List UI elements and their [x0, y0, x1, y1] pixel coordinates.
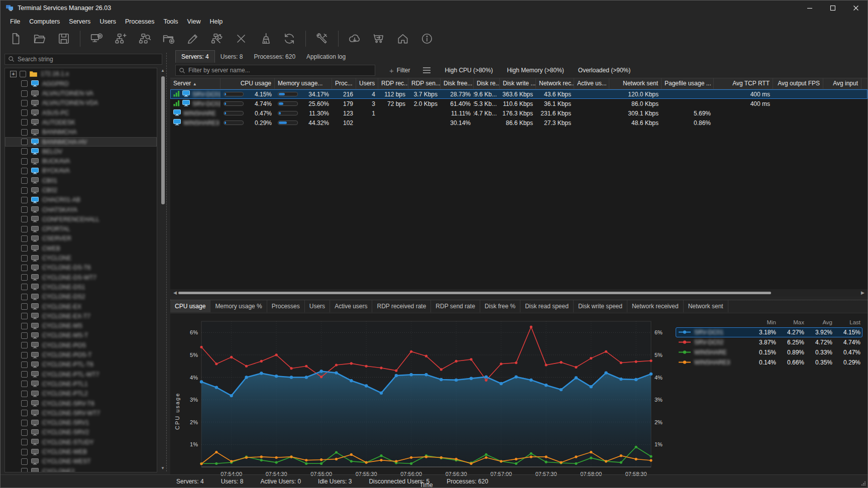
cloud-download-button[interactable]	[344, 29, 366, 48]
checkbox[interactable]	[21, 90, 28, 97]
column-header-users[interactable]: Users	[356, 78, 378, 89]
tab-processes-620[interactable]: Processes: 620	[248, 51, 301, 63]
tree-item[interactable]: CYCLONE-PTL1	[5, 379, 157, 389]
tree-item[interactable]: CYCLONE-SRV1	[5, 418, 157, 427]
resize-grip[interactable]	[861, 481, 866, 486]
tab-users-8[interactable]: Users: 8	[215, 51, 249, 63]
checkbox[interactable]	[21, 265, 28, 271]
column-header-pagefile-usage[interactable]: Pagefile usage ...	[662, 78, 714, 89]
tree-item[interactable]: CYCLONE-POS-T	[5, 350, 157, 359]
tree-item[interactable]: CYCLONE-DS2	[5, 292, 157, 302]
checkbox[interactable]	[21, 284, 28, 290]
menu-computers[interactable]: Computers	[25, 17, 64, 27]
checkbox[interactable]	[21, 216, 28, 222]
checkbox[interactable]	[21, 226, 28, 232]
chart-tab-network-received[interactable]: Network received	[627, 300, 684, 312]
scroll-up-icon[interactable]: ▲	[161, 68, 165, 74]
about-button[interactable]	[416, 29, 438, 48]
checkbox[interactable]	[20, 71, 26, 77]
find-computers-button[interactable]	[134, 29, 156, 48]
checkbox[interactable]	[21, 303, 28, 310]
column-header-network-sent[interactable]: Network sent	[609, 78, 662, 89]
tree-item[interactable]: ALVAUTOINEN-VDA	[5, 98, 157, 108]
chart-tab-active-users[interactable]: Active users	[330, 300, 372, 312]
tree-item[interactable]: CHACR01-AB	[5, 195, 157, 205]
tree-item[interactable]: CHATSKAYA	[5, 205, 157, 214]
checkbox[interactable]	[21, 187, 28, 194]
column-header-rdp-rec[interactable]: RDP rec...	[378, 78, 408, 89]
checkbox[interactable]	[21, 371, 28, 378]
tree-item[interactable]: CYCLONE-DS1	[5, 282, 157, 292]
chart-tab-rdp-received-rate[interactable]: RDP received rate	[372, 300, 431, 312]
column-header-disk-free[interactable]: Disk free...	[441, 78, 474, 89]
checkbox[interactable]	[21, 100, 28, 106]
tree-item[interactable]: CYCLONE-WEST	[5, 457, 157, 466]
checkbox[interactable]	[21, 391, 28, 397]
sidebar-search-input[interactable]	[18, 56, 159, 63]
open-folder-button[interactable]	[29, 29, 51, 48]
server-filter-input[interactable]	[188, 67, 372, 74]
filter-chip-high-cpu-80[interactable]: High CPU (>80%)	[445, 67, 493, 74]
column-header-disk-write[interactable]: Disk write ...	[500, 78, 536, 89]
tree-item[interactable]: CYCLONE-WEB	[5, 447, 157, 456]
scroll-down-icon[interactable]: ▼	[161, 466, 165, 472]
checkbox[interactable]	[21, 381, 28, 387]
save-button[interactable]	[53, 29, 75, 48]
menu-view[interactable]: View	[183, 17, 205, 27]
checkbox[interactable]	[21, 255, 28, 262]
tree-item[interactable]: CYCLONE-STUDY	[5, 437, 157, 447]
column-header-network-rec[interactable]: Network rec...	[536, 78, 574, 89]
table-horizontal-scrollbar[interactable]: ◀ ▶	[170, 289, 867, 297]
chart-tab-cpu-usage[interactable]: CPU usage	[170, 300, 210, 312]
server-row[interactable]: SRV-DC024.74%25.60%179372 bps2.0 Kbps61.…	[170, 99, 867, 108]
maximize-button[interactable]	[821, 1, 844, 16]
checkbox[interactable]	[21, 119, 28, 126]
checkbox[interactable]	[21, 400, 28, 407]
chart-tab-memory-usage[interactable]: Memory usage %	[210, 300, 267, 312]
tree-scrollbar-thumb[interactable]	[161, 76, 165, 204]
tree-item[interactable]: BELOV	[5, 147, 157, 156]
tree-item[interactable]: CYCLONE-PTL2	[5, 389, 157, 399]
menu-file[interactable]: File	[6, 17, 25, 27]
server-row[interactable]: WINSHARE0.47%11.30%123111.11%24.7 Kb...1…	[170, 108, 867, 118]
column-header-avg-input[interactable]: Avg input	[823, 78, 861, 89]
checkbox[interactable]	[21, 158, 28, 165]
checkbox[interactable]	[21, 439, 28, 445]
hscrollbar-thumb[interactable]	[178, 292, 771, 294]
tree-item[interactable]: CYCLONE-DS-WT7	[5, 273, 157, 282]
checkbox[interactable]	[21, 449, 28, 455]
server-row[interactable]: SRV-DC014.15%34.17%2164112 bps3.7 Kbps28…	[170, 89, 867, 99]
tree-item[interactable]: BANNMCHA-HV	[5, 137, 157, 147]
checkbox[interactable]	[21, 313, 28, 319]
checkbox[interactable]	[21, 468, 28, 472]
tree-item[interactable]: CYCLONE	[5, 253, 157, 263]
checkbox[interactable]	[21, 129, 28, 136]
sidebar-splitter[interactable]	[166, 53, 170, 471]
edit-button[interactable]	[182, 29, 204, 48]
checkbox[interactable]	[21, 148, 28, 155]
column-header-memory-usage[interactable]: Memory usage...	[275, 78, 332, 89]
tree-item[interactable]: CYCLONE-MS	[5, 321, 157, 331]
add-computer-button[interactable]	[85, 29, 107, 48]
tree-item[interactable]: CYCLONE2	[5, 466, 157, 472]
tree-item[interactable]: CYCLONE-PTL-WT7	[5, 370, 157, 379]
delete-button[interactable]	[230, 29, 252, 48]
checkbox[interactable]	[21, 361, 28, 368]
server-row[interactable]: WINSHARE30.29%44.32%10230.14%86.6 Kbps27…	[170, 118, 867, 128]
tree-item[interactable]: CWEB	[5, 243, 157, 253]
chart-splitter[interactable]	[170, 297, 867, 300]
checkbox[interactable]	[21, 168, 28, 174]
column-header-server[interactable]: Server ▲	[170, 78, 221, 89]
checkbox[interactable]	[21, 80, 28, 87]
store-cart-button[interactable]	[368, 29, 390, 48]
close-button[interactable]	[844, 1, 867, 16]
minimize-button[interactable]	[798, 1, 821, 16]
column-header-avg-tcp-rtt[interactable]: Avg TCP RTT	[714, 78, 773, 89]
tree-item[interactable]: CYCLONE-EX-T7	[5, 311, 157, 321]
tree-item[interactable]: BUCKAVA	[5, 156, 157, 166]
menu-servers[interactable]: Servers	[64, 17, 95, 27]
checkbox[interactable]	[21, 139, 28, 145]
tab-servers-4[interactable]: Servers: 4	[175, 50, 215, 63]
checkbox[interactable]	[21, 177, 28, 184]
checkbox[interactable]	[21, 235, 28, 242]
